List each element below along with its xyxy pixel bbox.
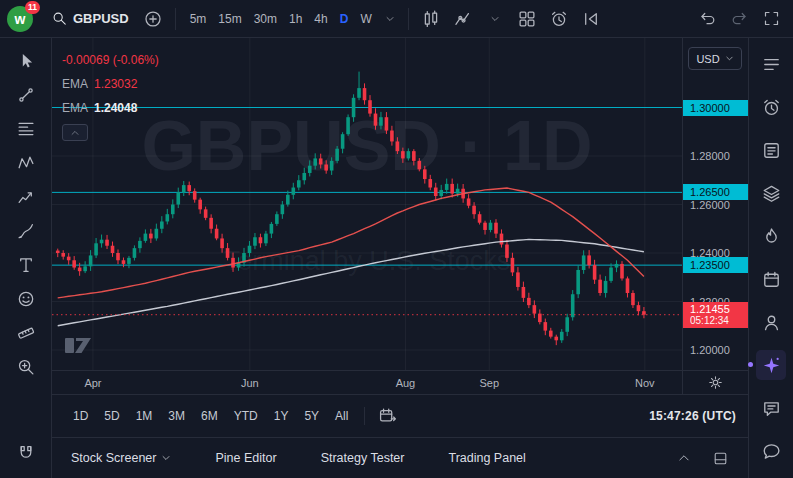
trading-panel-tab[interactable]: Trading Panel (448, 451, 525, 465)
bubble-icon (762, 442, 781, 461)
chart-pane[interactable]: GBPUSD · 1D Terminal by U.S. Stocks -0.0… (52, 38, 682, 370)
zoom-in-tool[interactable] (8, 351, 44, 382)
range-1y[interactable]: 1Y (267, 405, 296, 427)
price-level-badge: 1.23500 (683, 257, 748, 273)
timeframe-5m[interactable]: 5m (184, 7, 213, 31)
range-ytd[interactable]: YTD (227, 405, 265, 427)
timeframe-menu-button[interactable] (380, 5, 400, 33)
price-axis-label: 1.26000 (683, 198, 748, 212)
bar-replay-button[interactable] (577, 5, 605, 33)
public-chats-button[interactable] (756, 436, 786, 466)
trend-line-icon (17, 86, 35, 104)
ema-fast-legend[interactable]: EMA 1.23032 (62, 72, 159, 96)
timeframe-w[interactable]: W (354, 7, 377, 31)
watchlist-panel-button[interactable] (756, 49, 786, 79)
utc-clock[interactable]: 15:47:26 (UTC) (649, 409, 736, 423)
axis-corner (682, 371, 748, 394)
caret-down-icon (490, 14, 500, 24)
text-tool[interactable] (8, 249, 44, 280)
watchlist-icon (762, 55, 781, 74)
range-1m[interactable]: 1M (129, 405, 160, 427)
symbol-search-button[interactable]: GBPUSD (44, 5, 137, 33)
trend-line-tool[interactable] (8, 79, 44, 110)
ema-slow-value: 1.24048 (94, 101, 137, 115)
cursor-tool[interactable] (8, 45, 44, 76)
magnet-mode-button[interactable] (8, 437, 44, 468)
fullscreen-button[interactable] (757, 5, 785, 33)
undo-button[interactable] (693, 5, 721, 33)
timeframe-d[interactable]: D (334, 7, 355, 31)
workspace: GBPUSD · 1D Terminal by U.S. Stocks -0.0… (0, 38, 793, 478)
economic-calendar-button[interactable] (756, 264, 786, 294)
sparkle-icon (762, 356, 781, 375)
news-panel-button[interactable] (756, 135, 786, 165)
top-toolbar: w 11 GBPUSD 5m15m30m1h4hDW (0, 0, 793, 38)
panel-restore-button[interactable] (706, 444, 734, 472)
range-divider (364, 407, 365, 425)
price-change-text: -0.00069 (-0.06%) (62, 53, 159, 67)
range-6m[interactable]: 6M (194, 405, 225, 427)
emoji-tool[interactable] (8, 283, 44, 314)
bottom-tabs: Stock ScreenerPine EditorStrategy Tester… (71, 451, 570, 465)
alerts-panel-button[interactable] (756, 92, 786, 122)
range-3m[interactable]: 3M (161, 405, 192, 427)
timeframe-group: 5m15m30m1h4hDW (184, 7, 378, 31)
chart-style-button[interactable] (417, 5, 445, 33)
range-all[interactable]: All (328, 405, 355, 427)
timeframe-15m[interactable]: 15m (212, 7, 247, 31)
create-alert-button[interactable] (545, 5, 573, 33)
chevron-up-icon (70, 128, 80, 138)
brush-tool[interactable] (8, 215, 44, 246)
main-menu-button[interactable]: w 11 (6, 4, 38, 34)
indicators-button[interactable] (449, 5, 477, 33)
caret-down-icon (161, 453, 171, 463)
hotlists-button[interactable] (756, 221, 786, 251)
caret-down-icon (385, 14, 395, 24)
ai-assistant-button[interactable] (756, 350, 786, 380)
range-5y[interactable]: 5Y (297, 405, 326, 427)
magnet-icon (17, 444, 35, 462)
chat-button[interactable] (756, 393, 786, 423)
go-to-date-button[interactable] (374, 402, 402, 430)
legend-collapse-button[interactable] (62, 124, 88, 141)
timeframe-30m[interactable]: 30m (248, 7, 283, 31)
tradingview-logo[interactable] (64, 335, 102, 360)
range-group: 1D5D1M3M6MYTD1Y5YAll (66, 405, 355, 427)
caret-down-icon (725, 54, 734, 63)
time-axis[interactable]: AprJunAugSepNov (52, 371, 682, 394)
object-tree-button[interactable] (756, 178, 786, 208)
strategy-tester-tab[interactable]: Strategy Tester (321, 451, 405, 465)
stock-screener-tab[interactable]: Stock Screener (71, 451, 171, 465)
indicator-templates-button[interactable] (481, 5, 509, 33)
timeframe-1h[interactable]: 1h (283, 7, 308, 31)
price-level-badge: 1.30000 (683, 100, 748, 116)
pine-editor-tab[interactable]: Pine Editor (215, 451, 276, 465)
measure-tool[interactable] (8, 317, 44, 348)
calendar-icon (762, 270, 781, 289)
ema-fast-value: 1.23032 (94, 77, 137, 91)
gann-fib-tool[interactable] (8, 113, 44, 144)
candles-icon (422, 10, 440, 28)
time-axis-label-sep: Sep (479, 377, 499, 389)
forecast-icon (17, 188, 35, 206)
compare-symbol-button[interactable] (139, 5, 167, 33)
pattern-tool[interactable] (8, 147, 44, 178)
ema-fast-label: EMA (62, 77, 88, 91)
timeframe-4h[interactable]: 4h (308, 7, 333, 31)
brush-icon (17, 222, 35, 240)
ideas-button[interactable] (756, 307, 786, 337)
forecast-tool[interactable] (8, 181, 44, 212)
currency-dropdown[interactable]: USD (688, 47, 742, 70)
redo-button[interactable] (725, 5, 753, 33)
range-1d[interactable]: 1D (66, 405, 95, 427)
price-axis[interactable]: USD 1.300001.280001.265001.260001.240001… (682, 38, 748, 370)
ema-slow-legend[interactable]: EMA 1.24048 (62, 96, 159, 120)
notification-badge: 11 (25, 1, 40, 14)
range-5d[interactable]: 5D (97, 405, 126, 427)
layout-grid-button[interactable] (513, 5, 541, 33)
panel-expand-button[interactable] (670, 444, 698, 472)
grid-layout-icon (518, 10, 536, 28)
chart-tools-group (417, 5, 605, 33)
cursor-icon (17, 52, 35, 70)
chart-settings-button[interactable] (702, 369, 730, 397)
